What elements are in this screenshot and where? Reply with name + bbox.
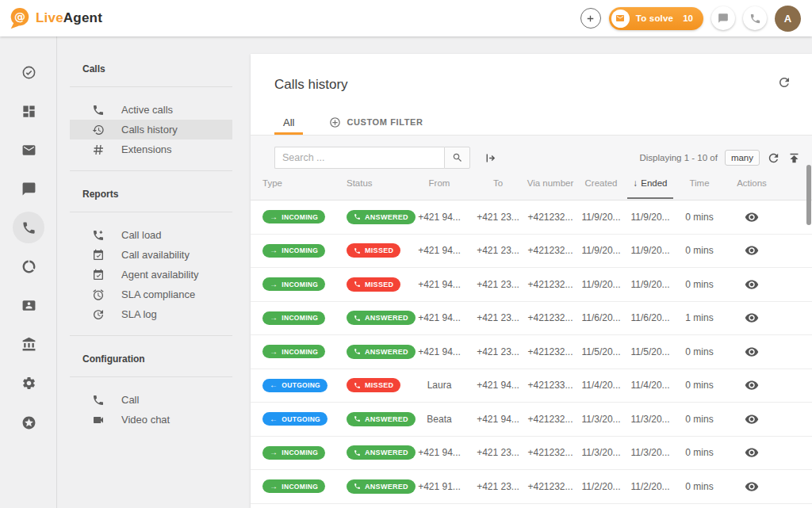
sidebar-item-call-load[interactable]: Call load — [70, 225, 232, 245]
cell-from: +421 94... — [406, 268, 473, 301]
phone-icon — [92, 104, 105, 116]
arrow-right-icon: → — [270, 281, 278, 288]
chats-button[interactable] — [711, 6, 735, 30]
table-row[interactable]: →INCOMINGANSWERED+421 94...+421 23...+42… — [251, 335, 812, 369]
logo-text: LiveAgent — [36, 10, 102, 26]
cell-created: 11/4/20... — [577, 369, 625, 403]
to-solve-button[interactable]: To solve 10 — [609, 7, 703, 30]
column-header-type[interactable]: Type — [262, 166, 350, 200]
table-row[interactable]: →INCOMINGMISSED+421 94...+421 23...+4212… — [251, 235, 812, 269]
cell-to: +421 23... — [473, 470, 523, 503]
cell-to: +421 94... — [473, 369, 523, 403]
cell-via: +421232... — [523, 268, 577, 301]
tab-custom-filter[interactable]: CUSTOM FILTER — [320, 109, 431, 135]
direction-badge: →INCOMING — [262, 244, 325, 258]
rail-item-bank[interactable] — [13, 328, 44, 360]
rail-item-chat[interactable] — [13, 173, 44, 204]
tab-all[interactable]: All — [274, 109, 303, 135]
sidebar-item-sla-compliance[interactable]: SLA compliance — [70, 285, 232, 304]
view-call-button[interactable] — [745, 277, 759, 292]
cell-time: 1 mins — [676, 302, 723, 335]
cell-ended: 11/5/20... — [625, 335, 676, 369]
view-call-button[interactable] — [745, 445, 759, 460]
section-title-calls: Calls — [58, 63, 251, 74]
avatar[interactable]: A — [775, 6, 801, 32]
rail-item-contacts[interactable] — [13, 289, 44, 321]
rail-item-check-circle[interactable] — [13, 56, 44, 88]
column-header-time[interactable]: Time — [676, 166, 723, 200]
sidebar-item-calls-history[interactable]: Calls history — [70, 120, 232, 139]
cell-via: +421233... — [523, 369, 577, 403]
cell-via: +421232... — [523, 403, 577, 436]
rail-item-dashboard[interactable] — [13, 95, 44, 127]
rail-item-star-circle[interactable] — [13, 407, 44, 438]
sidebar-item-call-availability[interactable]: Call availability — [70, 245, 232, 265]
cell-time: 0 mins — [676, 369, 723, 403]
table-row[interactable]: ←OUTGOINGMISSEDLaura+421 94...+421233...… — [251, 369, 812, 403]
column-header-via[interactable]: Via number — [523, 166, 577, 200]
view-call-button[interactable] — [745, 412, 759, 426]
view-call-button[interactable] — [745, 243, 759, 258]
cell-created: 11/9/20... — [577, 201, 625, 234]
table-row[interactable]: →INCOMINGANSWERED+421 94...+421 23...+42… — [251, 437, 812, 471]
view-call-button[interactable] — [745, 210, 759, 224]
refresh-button[interactable] — [777, 75, 791, 90]
cell-actions — [726, 235, 777, 268]
direction-badge: →INCOMING — [262, 345, 325, 358]
sidebar-item-call[interactable]: Call — [70, 390, 232, 410]
table-row[interactable]: →INCOMINGANSWERED+421 94...+421 23...+42… — [251, 302, 812, 336]
reload-list-button[interactable] — [767, 151, 780, 165]
cell-via: +421232... — [523, 201, 577, 234]
calls-button[interactable] — [743, 6, 767, 30]
sidebar-item-active-calls[interactable]: Active calls — [70, 100, 232, 120]
settings-icon — [21, 376, 36, 391]
rail-item-mail[interactable] — [13, 134, 44, 166]
cell-type: →INCOMING — [262, 268, 350, 301]
column-header-to[interactable]: To — [473, 166, 523, 200]
scroll-top-button[interactable] — [787, 151, 801, 165]
view-call-button[interactable] — [745, 479, 759, 494]
table-row[interactable]: ←OUTGOINGANSWEREDBeata+421 94...+421232.… — [251, 403, 812, 437]
view-call-button[interactable] — [745, 378, 759, 392]
arrow-right-icon: → — [270, 348, 278, 356]
videocam-icon — [92, 414, 105, 426]
count-chip[interactable]: many — [725, 150, 760, 166]
cell-via: +421232... — [523, 437, 577, 470]
cell-ended: 11/6/20... — [625, 302, 676, 335]
table-row[interactable]: →INCOMINGANSWERED+421 91...+421 23...+42… — [251, 470, 812, 504]
scrollbar[interactable] — [806, 165, 811, 225]
sidebar-item-extensions[interactable]: Extensions — [70, 139, 232, 159]
create-new-button[interactable] — [580, 8, 601, 29]
sidebar-item-sla-log[interactable]: SLA log — [70, 304, 232, 324]
table-toolbar: Displaying 1 - 10 of many TypeStatusFrom… — [251, 135, 812, 201]
rail-item-settings[interactable] — [13, 367, 44, 399]
svg-text:@: @ — [14, 10, 25, 23]
column-header-actions[interactable]: Actions — [726, 166, 777, 200]
phone-icon — [21, 220, 36, 235]
cell-ended: 11/9/20... — [625, 201, 676, 234]
rail-item-data-usage[interactable] — [13, 250, 44, 282]
view-call-button[interactable] — [745, 345, 759, 359]
sidebar-item-video-chat[interactable]: Video chat — [70, 410, 232, 430]
column-header-ended[interactable]: ↓Ended — [625, 166, 676, 200]
cell-ended: 11/2/20... — [625, 470, 676, 503]
column-header-from[interactable]: From — [406, 166, 473, 200]
arrow-right-icon: → — [270, 449, 278, 456]
sidebar-item-agent-availability[interactable]: Agent availability — [70, 265, 232, 285]
forward-filter-icon[interactable] — [484, 151, 497, 165]
cell-ended: 11/3/20... — [625, 437, 676, 470]
cell-created: 11/9/20... — [577, 235, 625, 268]
cell-from: Beata — [406, 403, 473, 436]
cell-to: +421 94... — [473, 403, 523, 436]
table-row[interactable]: →INCOMINGANSWERED+421 94...+421 23...+42… — [251, 201, 812, 235]
phone-icon — [354, 382, 361, 389]
view-call-button[interactable] — [745, 311, 759, 325]
column-label: From — [429, 178, 450, 188]
table-row[interactable]: →INCOMINGMISSED+421 94...+421 23...+4212… — [251, 268, 812, 302]
sidebar-item-label: Call availability — [121, 249, 190, 261]
cell-actions — [726, 470, 777, 503]
column-header-created[interactable]: Created — [577, 166, 625, 200]
sidebar-item-label: Active calls — [121, 104, 173, 116]
divider — [70, 170, 232, 171]
rail-item-phone[interactable] — [13, 212, 44, 243]
